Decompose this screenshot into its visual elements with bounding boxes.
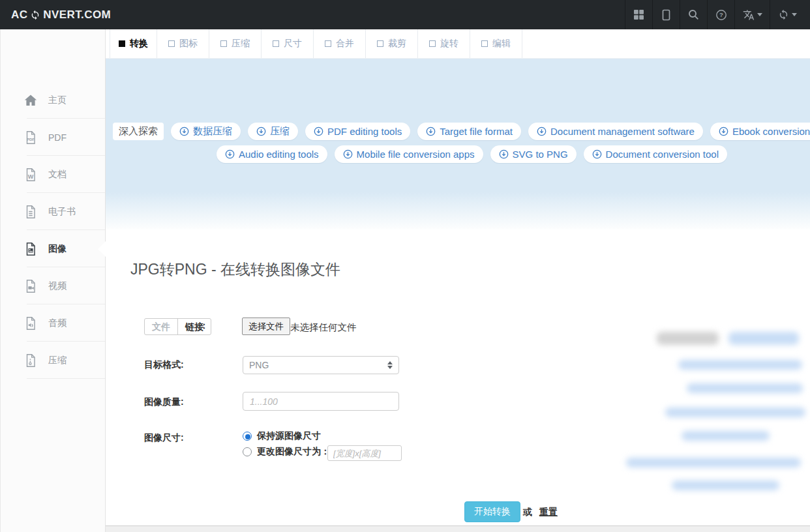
tool-tabs: 转换 图标 压缩 尺寸 合并 裁剪 旋转 编辑 [110, 29, 522, 58]
ad-blur-blob [626, 458, 801, 467]
sidebar-item-ebook[interactable]: 电子书 [1, 193, 105, 230]
svg-text:PDF: PDF [27, 138, 35, 141]
converter-menu-button[interactable] [770, 0, 805, 29]
tab-label: 尺寸 [284, 38, 302, 50]
aconvert-page: AC NVERT.COM ? [0, 0, 810, 532]
language-icon [743, 9, 755, 21]
tag-data-compression[interactable]: 数据压缩 [171, 123, 241, 140]
start-convert-button[interactable]: 开始转换 [464, 501, 520, 522]
help-button[interactable]: ? [707, 0, 734, 29]
tag-pdf-editing-tools[interactable]: PDF editing tools [305, 123, 410, 140]
target-format-label: 目标格式: [144, 359, 184, 371]
circle-arrow-icon [225, 149, 235, 159]
sidebar-item-label: 主页 [48, 95, 67, 106]
or-text: 或 [523, 507, 532, 518]
filled-square-icon [119, 40, 125, 47]
footer-strip [106, 525, 810, 532]
radio-unchecked-icon[interactable] [243, 447, 252, 456]
radio-checked-icon[interactable] [243, 432, 252, 441]
tag-target-file-format[interactable]: Target file format [417, 123, 521, 140]
reset-link[interactable]: 重置 [539, 507, 558, 518]
sidebar-item-home[interactable]: 主页 [1, 81, 105, 119]
apps-grid-button[interactable] [625, 0, 652, 29]
language-menu-button[interactable] [734, 0, 770, 29]
tab-edit[interactable]: 编辑 [470, 29, 522, 58]
ad-blur-blob [657, 332, 719, 345]
converter-main: JPG转PNG - 在线转换图像文件 文件 链接 ： 选择文件 未选择任何文件 … [106, 229, 810, 525]
tag-document-management-software[interactable]: Document management software [528, 123, 703, 140]
tag-svg-to-png[interactable]: SVG to PNG [490, 145, 577, 163]
tab-convert[interactable]: 转换 [110, 29, 157, 58]
sidebar-item-label: 视频 [48, 280, 67, 292]
tag-label: Audio editing tools [239, 149, 319, 160]
custom-size-input[interactable] [327, 445, 402, 461]
circle-arrow-icon [537, 126, 547, 136]
hollow-square-icon [429, 40, 436, 47]
active-item-notch [98, 241, 106, 257]
video-file-icon [23, 278, 38, 294]
tab-rotate[interactable]: 旋转 [418, 29, 470, 58]
tag-mobile-file-conversion-apps[interactable]: Mobile file conversion apps [335, 145, 483, 163]
chevron-down-icon [792, 13, 797, 16]
tag-label: Mobile file conversion apps [357, 149, 475, 160]
tab-label: 压缩 [232, 38, 250, 50]
sidebar-item-audio[interactable]: 音频 [1, 304, 105, 342]
image-size-label: 图像尺寸: [144, 432, 184, 444]
tag-compression[interactable]: 压缩 [248, 123, 298, 140]
tag-row-1: 深入探索 数据压缩 压缩 PDF editing tools Target fi… [113, 123, 810, 140]
mobile-icon [661, 9, 672, 21]
tag-ebook-conversion[interactable]: Ebook conversion se [710, 123, 810, 140]
ad-blur-blob [678, 360, 802, 370]
blurred-ad-panel [610, 323, 810, 505]
circle-arrow-icon [343, 149, 353, 159]
tab-crop[interactable]: 裁剪 [366, 29, 418, 58]
keep-size-radio-label[interactable]: 保持源图像尺寸 [257, 430, 321, 442]
tab-resize[interactable]: 尺寸 [262, 29, 314, 58]
top-navbar: AC NVERT.COM ? [0, 0, 810, 29]
no-file-selected-text: 未选择任何文件 [290, 321, 357, 334]
keep-size-radio-option[interactable]: 保持源图像尺寸 [243, 430, 321, 442]
tag-label: PDF editing tools [327, 126, 402, 137]
logo-text-prefix: AC [11, 8, 27, 22]
ad-blur-blob [687, 383, 803, 393]
sidebar-item-archive[interactable]: 压缩 [1, 342, 105, 379]
choose-file-button[interactable]: 选择文件 [242, 318, 290, 335]
circle-arrow-icon [314, 126, 323, 136]
mobile-view-button[interactable] [652, 0, 680, 29]
sidebar-item-label: PDF [48, 132, 67, 143]
image-file-icon [23, 241, 38, 257]
circle-arrow-icon [719, 126, 728, 136]
change-size-radio-label[interactable]: 更改图像尺寸为： [257, 446, 330, 458]
sidebar-item-image[interactable]: 图像 [1, 230, 105, 267]
tag-document-conversion-tool[interactable]: Document conversion tool [584, 145, 727, 163]
image-quality-label: 图像质量: [144, 396, 184, 408]
explore-banner: 深入探索 数据压缩 压缩 PDF editing tools Target fi… [106, 59, 810, 229]
tab-merge[interactable]: 合并 [314, 29, 366, 58]
target-format-select[interactable]: PNG [243, 356, 399, 374]
tab-label: 编辑 [492, 38, 511, 50]
tab-icon[interactable]: 图标 [157, 29, 209, 58]
source-tab-file[interactable]: 文件 [145, 319, 177, 334]
sidebar-item-video[interactable]: 视频 [1, 267, 105, 304]
sidebar-item-document[interactable]: W 文档 [1, 156, 105, 193]
ad-blur-blob [728, 332, 799, 345]
tab-compress[interactable]: 压缩 [209, 29, 262, 58]
circle-arrow-icon [179, 126, 189, 136]
tab-label: 旋转 [440, 38, 458, 50]
hollow-square-icon [377, 40, 383, 47]
image-quality-input[interactable] [243, 392, 399, 411]
source-colon: ： [200, 320, 209, 332]
help-icon: ? [715, 9, 727, 21]
explore-label-text: 深入探索 [119, 125, 158, 138]
site-logo[interactable]: AC NVERT.COM [11, 8, 111, 22]
hollow-square-icon [220, 40, 227, 47]
change-size-radio-option[interactable]: 更改图像尺寸为： [243, 446, 330, 458]
tag-row-2: Audio editing tools Mobile file conversi… [217, 145, 727, 163]
converter-menu-icon [778, 9, 789, 20]
search-button[interactable] [680, 0, 707, 29]
word-file-icon: W [23, 167, 38, 183]
sidebar-item-pdf[interactable]: PDF PDF [1, 119, 105, 156]
hollow-square-icon [168, 40, 175, 47]
tag-audio-editing-tools[interactable]: Audio editing tools [217, 145, 327, 163]
logo-text-suffix: NVERT.COM [43, 8, 111, 22]
